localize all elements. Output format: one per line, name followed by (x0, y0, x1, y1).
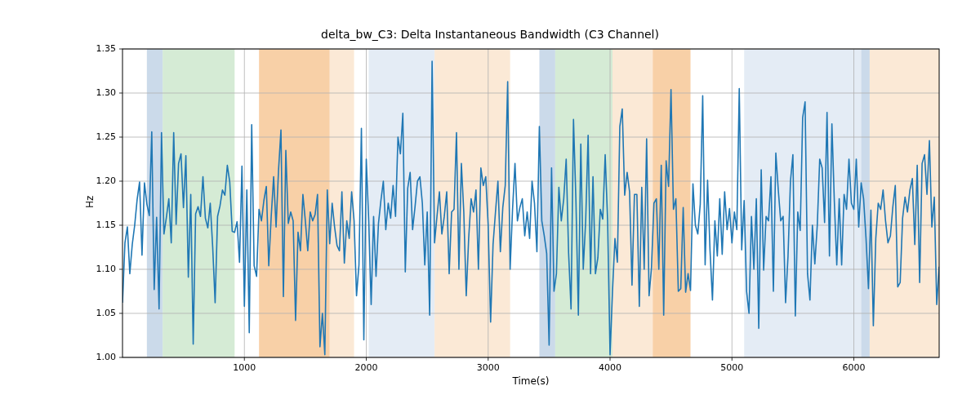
background-regions (147, 49, 939, 357)
y-tick-label: 1.10 (96, 264, 117, 274)
y-tick-label: 1.35 (96, 43, 117, 54)
x-tick-label: 3000 (472, 362, 505, 373)
y-tick-label: 1.05 (96, 308, 117, 318)
x-tick-label: 4000 (594, 362, 626, 373)
x-tick-label: 5000 (715, 362, 748, 373)
svg-rect-5 (368, 49, 434, 357)
y-tick-label: 1.30 (96, 87, 117, 98)
y-tick-label: 1.20 (96, 175, 117, 186)
x-tick-label: 2000 (350, 362, 383, 373)
y-axis-label: Hz (84, 196, 96, 208)
svg-rect-12 (861, 49, 869, 357)
x-axis-label: Time(s) (122, 375, 939, 387)
chart-plot-area (0, 0, 980, 408)
y-tick-label: 1.25 (96, 131, 117, 142)
svg-rect-2 (163, 49, 234, 357)
y-tick-label: 1.00 (96, 352, 117, 362)
y-tick-label: 1.15 (96, 220, 117, 230)
figure: delta_bw_C3: Delta Instantaneous Bandwid… (0, 0, 980, 408)
x-tick-label: 1000 (228, 362, 261, 373)
chart-title: delta_bw_C3: Delta Instantaneous Bandwid… (0, 28, 980, 41)
x-tick-label: 6000 (838, 362, 871, 373)
